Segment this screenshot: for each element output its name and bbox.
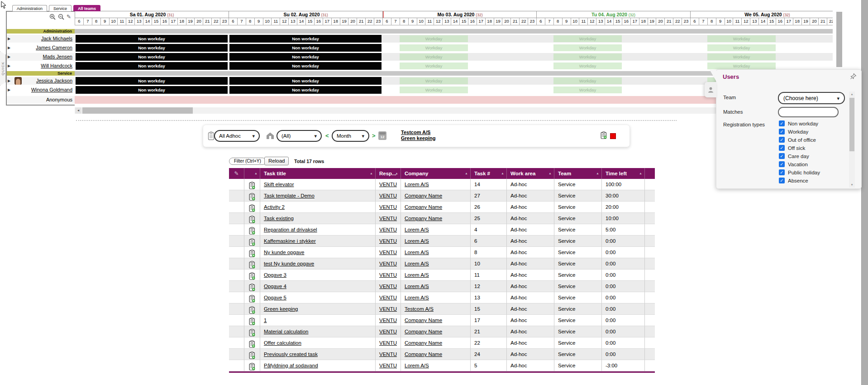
company-link[interactable]: Lorem A/S bbox=[405, 363, 429, 368]
add-registration-icon[interactable] bbox=[244, 337, 260, 349]
add-registration-icon[interactable] bbox=[244, 349, 260, 360]
workday-bar[interactable]: Workday bbox=[400, 77, 468, 84]
column-header-resp[interactable]: Resp... bbox=[376, 168, 401, 179]
non-workday-bar[interactable]: Non workday bbox=[229, 35, 382, 43]
calendar-icon[interactable]: 12 bbox=[378, 131, 386, 140]
column-header-edit[interactable] bbox=[229, 168, 244, 179]
tab-service[interactable]: Service bbox=[49, 5, 72, 11]
workday-bar[interactable]: Workday bbox=[553, 35, 622, 42]
checkbox-out-of-office[interactable] bbox=[779, 137, 785, 143]
zoom-out-icon[interactable] bbox=[58, 14, 64, 20]
horizontal-scrollbar-thumb[interactable] bbox=[82, 107, 193, 114]
responsible-link[interactable]: VENTU bbox=[379, 329, 397, 334]
responsible-link[interactable]: VENTU bbox=[379, 182, 397, 187]
company-link[interactable]: Lorem A/S bbox=[405, 250, 429, 255]
responsible-link[interactable]: VENTU bbox=[379, 363, 397, 368]
checkbox-non-workday[interactable] bbox=[779, 120, 785, 126]
non-workday-bar[interactable]: Non workday bbox=[76, 35, 228, 43]
scroll-up-arrow-icon[interactable] bbox=[849, 91, 855, 97]
company-link[interactable]: Company Name bbox=[405, 216, 442, 221]
non-workday-bar[interactable]: Non workday bbox=[229, 62, 382, 70]
column-header-team[interactable]: Team bbox=[554, 168, 602, 179]
column-header-company[interactable]: Company bbox=[401, 168, 471, 179]
expander-icon[interactable] bbox=[8, 79, 10, 83]
company-link[interactable]: Company Name bbox=[405, 318, 442, 323]
task-title-link[interactable]: Ny kunde opgave bbox=[264, 250, 305, 255]
task-title-link[interactable]: Task template - Demo bbox=[264, 193, 315, 198]
quick-side-tab[interactable]: QUICK bbox=[0, 51, 6, 86]
users-panel-tab[interactable] bbox=[705, 82, 716, 97]
task-title-link[interactable]: Kaffemaskine i stykker bbox=[264, 238, 316, 244]
edit-planner-icon[interactable] bbox=[67, 14, 71, 29]
add-registration-icon[interactable] bbox=[244, 213, 260, 224]
company-link[interactable]: Company Name bbox=[405, 204, 442, 210]
expander-icon[interactable] bbox=[8, 64, 10, 68]
responsible-link[interactable]: VENTU bbox=[379, 227, 397, 232]
tab-all-teams[interactable]: All teams bbox=[73, 5, 100, 11]
expander-icon[interactable] bbox=[8, 37, 10, 41]
add-registration-icon[interactable] bbox=[244, 179, 260, 190]
non-workday-bar[interactable]: Non workday bbox=[229, 77, 382, 85]
non-workday-bar[interactable]: Non workday bbox=[76, 77, 228, 85]
user-name-link[interactable]: Jack Michaels bbox=[41, 36, 72, 41]
next-period-button[interactable] bbox=[372, 132, 376, 140]
zoom-in-icon[interactable] bbox=[49, 14, 56, 20]
panel-scrollbar-thumb[interactable] bbox=[849, 98, 854, 151]
checkbox-workday[interactable] bbox=[779, 129, 785, 135]
responsible-link[interactable]: VENTU bbox=[379, 306, 397, 312]
task-title-link[interactable]: Opgave 5 bbox=[264, 295, 286, 300]
company-link[interactable]: Lorem A/S bbox=[405, 272, 429, 278]
company-link[interactable]: Company Name bbox=[405, 340, 442, 346]
task-title-link[interactable]: Opgave 4 bbox=[264, 284, 286, 289]
company-link[interactable]: Lorem A/S bbox=[405, 238, 429, 244]
workday-bar[interactable]: Workday bbox=[707, 44, 776, 51]
responsible-link[interactable]: VENTU bbox=[379, 295, 397, 300]
responsible-link[interactable]: VENTU bbox=[379, 250, 397, 255]
non-workday-bar[interactable]: Non workday bbox=[229, 86, 382, 94]
add-registration-icon[interactable] bbox=[244, 303, 260, 315]
company-link[interactable]: Lorem A/S bbox=[405, 295, 429, 300]
expander-icon[interactable] bbox=[8, 46, 10, 50]
task-title-link[interactable]: Reparation af drivaksel bbox=[264, 227, 317, 232]
non-workday-bar[interactable]: Non workday bbox=[76, 62, 228, 70]
task-link[interactable]: Green keeping bbox=[401, 135, 435, 141]
column-header-task-title[interactable]: Task title bbox=[260, 168, 376, 179]
workday-bar[interactable]: Workday bbox=[400, 53, 468, 60]
task-title-link[interactable]: Previously created task bbox=[264, 351, 318, 357]
workday-bar[interactable]: Workday bbox=[400, 35, 468, 42]
workday-bar[interactable]: Workday bbox=[400, 87, 468, 93]
workday-bar[interactable]: Workday bbox=[553, 77, 622, 84]
responsible-link[interactable]: VENTU bbox=[379, 193, 397, 198]
column-header-work-area[interactable]: Work area bbox=[507, 168, 554, 179]
task-title-link[interactable]: Påfyldning af sodavand bbox=[264, 363, 318, 368]
company-link[interactable]: Lorem A/S bbox=[405, 284, 429, 289]
user-name-link[interactable]: Mads Jensen bbox=[43, 54, 72, 59]
checkbox-off-sick[interactable] bbox=[779, 145, 785, 151]
column-header-time-left[interactable]: Time left bbox=[602, 168, 645, 179]
scroll-down-arrow-icon[interactable] bbox=[849, 182, 855, 188]
responsible-link[interactable]: VENTU bbox=[379, 318, 397, 323]
non-workday-bar[interactable]: Non workday bbox=[229, 44, 382, 52]
responsible-link[interactable]: VENTU bbox=[379, 272, 397, 278]
reload-button[interactable]: Reload bbox=[264, 157, 289, 165]
team-filter-select[interactable]: (All) bbox=[277, 130, 322, 142]
responsible-link[interactable]: VENTU bbox=[379, 261, 397, 266]
gantt-vertical-scrollbar-thumb[interactable] bbox=[836, 12, 842, 67]
workday-bar[interactable]: Workday bbox=[707, 35, 776, 42]
non-workday-bar[interactable]: Non workday bbox=[76, 53, 228, 61]
responsible-link[interactable]: VENTU bbox=[379, 204, 397, 210]
responsible-link[interactable]: VENTU bbox=[379, 340, 397, 346]
task-title-link[interactable]: Material calculation bbox=[264, 329, 308, 334]
checkbox-care-day[interactable] bbox=[779, 153, 785, 159]
add-registration-icon[interactable] bbox=[244, 270, 260, 281]
add-registration-icon[interactable] bbox=[244, 326, 260, 337]
add-registration-icon[interactable] bbox=[244, 360, 260, 371]
expander-icon[interactable] bbox=[8, 88, 10, 92]
users-panel-scrollbar[interactable] bbox=[849, 91, 855, 188]
previous-period-button[interactable] bbox=[325, 132, 329, 140]
add-registration-icon[interactable] bbox=[244, 281, 260, 292]
workday-bar[interactable]: Workday bbox=[553, 44, 622, 51]
user-name-link[interactable]: Will Handcock bbox=[41, 63, 72, 68]
checkbox-absence[interactable] bbox=[779, 178, 785, 183]
matches-input[interactable] bbox=[778, 107, 839, 117]
